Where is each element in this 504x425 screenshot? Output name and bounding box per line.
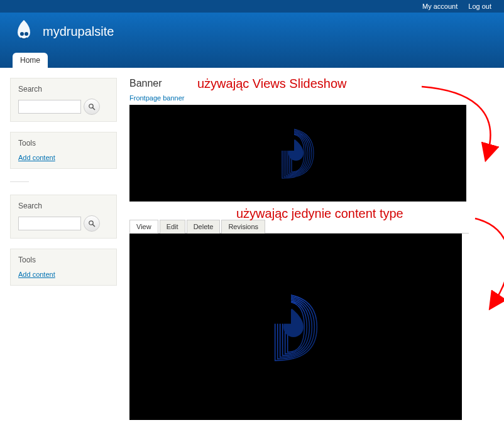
svg-line-3 xyxy=(93,108,96,110)
node-content-image xyxy=(129,234,462,420)
annotation-content-type: używając jedynie content type xyxy=(236,207,403,221)
site-name: mydrupalsite xyxy=(43,24,114,39)
tab-edit[interactable]: Edit xyxy=(160,220,185,234)
tools-block-2: Tools Add content xyxy=(10,249,117,286)
svg-point-0 xyxy=(20,32,24,36)
tools-block-title: Tools xyxy=(18,139,109,148)
svg-line-5 xyxy=(93,225,96,227)
d-logo-icon xyxy=(246,277,346,377)
frontpage-banner-link[interactable]: Frontpage banner xyxy=(129,94,184,102)
add-content-link[interactable]: Add content xyxy=(18,154,55,161)
user-top-bar: My account Log out xyxy=(0,0,504,13)
tab-delete[interactable]: Delete xyxy=(187,220,221,234)
search-block-2: Search xyxy=(10,195,117,239)
magnifier-icon xyxy=(88,103,96,110)
tools-block-2-title: Tools xyxy=(18,256,109,264)
tab-revisions[interactable]: Revisions xyxy=(221,220,265,234)
main-content: Banner Frontpage banner xyxy=(129,78,494,425)
tools-block: Tools Add content xyxy=(10,132,117,169)
svg-rect-7 xyxy=(271,292,291,324)
magnifier-icon xyxy=(88,220,96,227)
search-button-2[interactable] xyxy=(84,215,100,232)
search-block-title: Search xyxy=(18,85,109,94)
svg-rect-6 xyxy=(279,127,294,151)
annotation-views-slideshow: używając Views Slideshow xyxy=(197,77,347,91)
log-out-link[interactable]: Log out xyxy=(468,3,491,10)
nav-home-tab[interactable]: Home xyxy=(13,53,48,68)
sidebar-separator xyxy=(10,181,29,182)
node-tabs: View Edit Delete Revisions xyxy=(129,219,469,234)
tab-view[interactable]: View xyxy=(129,220,158,234)
svg-point-1 xyxy=(25,32,28,36)
site-header: mydrupalsite Home xyxy=(0,13,504,68)
drupal-logo-icon xyxy=(13,19,35,44)
arrow-2-icon xyxy=(469,215,504,315)
banner-slideshow-image xyxy=(129,105,466,202)
primary-nav: Home xyxy=(13,53,491,68)
search-input-2[interactable] xyxy=(18,217,81,230)
svg-point-4 xyxy=(89,221,93,225)
search-button[interactable] xyxy=(84,99,100,115)
search-block: Search xyxy=(10,78,117,122)
svg-point-2 xyxy=(89,104,93,108)
search-block-2-title: Search xyxy=(18,202,109,210)
search-input[interactable] xyxy=(18,100,81,114)
my-account-link[interactable]: My account xyxy=(422,3,457,10)
sidebar: Search Tools Add content Search xyxy=(10,78,117,296)
add-content-link-2[interactable]: Add content xyxy=(18,271,55,278)
d-logo-icon xyxy=(260,116,336,191)
